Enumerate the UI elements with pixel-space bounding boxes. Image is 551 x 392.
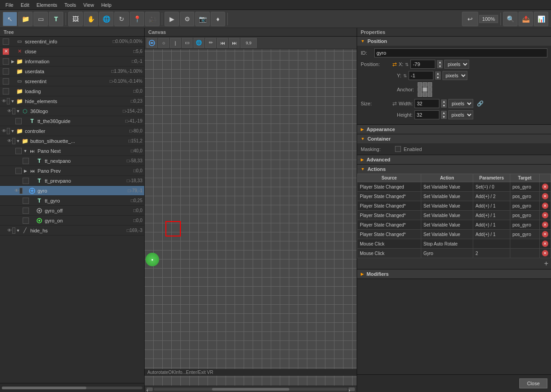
action-row-0[interactable]: Player State Changed Set Variable Value … [358, 182, 551, 192]
tool-text[interactable]: T [49, 12, 63, 26]
y-spin-down[interactable]: ▼ [435, 76, 441, 80]
canvas-btn-num[interactable]: 9,9 [240, 38, 257, 48]
tree-row[interactable]: ▶ 📁 information □0,-1 [0, 57, 144, 66]
visibility-toggle[interactable]: 👁 [2, 128, 6, 133]
tool-select[interactable]: ↖ [3, 12, 17, 26]
canvas-btn-circle[interactable]: ○ [158, 38, 169, 48]
expand-icon[interactable]: ▼ [15, 109, 21, 114]
menu-elements[interactable]: Elements [33, 1, 61, 9]
tool-hand[interactable]: ✋ [84, 12, 98, 26]
anchor-mr[interactable] [428, 87, 432, 92]
link-chain-icon[interactable]: 🔗 [477, 100, 484, 107]
row-checkbox[interactable] [23, 178, 29, 184]
row-checkbox[interactable] [15, 118, 22, 124]
zoom-level[interactable]: 100% [479, 15, 498, 23]
width-spin-up[interactable]: ▲ [441, 99, 447, 104]
tree-row[interactable]: ▼ ⏭ Pano Next □40,0 [0, 146, 144, 156]
tree-row[interactable]: T tt_gyro □0,25 [0, 196, 144, 206]
expand-icon[interactable] [23, 188, 28, 194]
row-checkbox[interactable] [15, 168, 22, 174]
close-button[interactable]: Close [519, 378, 547, 388]
row-checkbox[interactable] [3, 88, 9, 94]
row-checkbox[interactable] [7, 128, 10, 134]
expand-icon[interactable]: ▶ [23, 168, 28, 174]
tree-row[interactable]: ▭ screentint □-0.10%,-0.14% [0, 76, 144, 86]
y-spin-icon[interactable]: ⇅ [403, 73, 407, 78]
row-checkbox[interactable] [3, 78, 9, 85]
tree-row[interactable]: 👁 ▼ ╱ hide_hs □169,-3 [0, 226, 144, 236]
canvas-btn-gyro[interactable] [146, 38, 157, 48]
row-checkbox[interactable] [3, 58, 9, 65]
tree-row[interactable]: T tt_prevpano □-18,33 [0, 176, 144, 186]
tool-search[interactable]: 🔍 [503, 12, 518, 26]
visibility-toggle[interactable]: 👁 [7, 228, 12, 233]
width-spin-down[interactable]: ▼ [441, 104, 447, 108]
visibility-toggle[interactable]: 👁 [14, 188, 19, 193]
section-advanced-header[interactable]: ▶ Advanced [357, 155, 551, 164]
tree-row[interactable]: 👁 ▼ ⬡ 360logo □-154,-23 [0, 106, 144, 116]
delete-action-button[interactable]: ✕ [542, 212, 548, 218]
tree-content[interactable]: ▭ screentint_info □0.00%,0.00% ✕ ✕ close… [0, 37, 144, 383]
canvas-scroll-left[interactable]: ‹ [146, 387, 153, 391]
add-action-button[interactable]: + [544, 260, 548, 268]
anchor-tr[interactable] [428, 82, 432, 87]
tree-row[interactable]: ▭ screentint_info □0.00%,0.00% [0, 37, 144, 47]
anchor-tc[interactable] [423, 82, 427, 87]
tree-row[interactable]: gyro_on □0,0 [0, 216, 144, 226]
expand-icon[interactable]: ▼ [23, 148, 28, 154]
row-checkbox[interactable] [15, 148, 22, 154]
expand-icon[interactable] [30, 158, 35, 164]
x-spin-up[interactable]: ▲ [437, 60, 443, 64]
row-checkbox[interactable]: ✕ [3, 48, 9, 55]
canvas-btn-prev[interactable]: ⏮ [217, 38, 228, 48]
menu-help[interactable]: Help [98, 1, 115, 9]
expand-icon[interactable]: ▼ [10, 128, 15, 134]
canvas-btn-next[interactable]: ⏭ [229, 38, 240, 48]
row-checkbox[interactable] [19, 188, 23, 194]
section-position-header[interactable]: ▼ Position [357, 37, 551, 46]
expand-icon[interactable] [10, 69, 15, 74]
canvas-btn-globe[interactable]: 🌐 [193, 38, 204, 48]
width-unit-select[interactable]: pixels % [448, 99, 473, 108]
height-input[interactable] [414, 110, 439, 119]
anchor-ml[interactable] [418, 87, 422, 92]
canvas-btn-pencil[interactable]: ✏ [205, 38, 216, 48]
anchor-bl[interactable] [418, 92, 422, 97]
delete-action-button[interactable]: ✕ [542, 222, 548, 228]
canvas-btn-film[interactable]: ▭ [182, 38, 193, 48]
menu-edit[interactable]: Edit [17, 1, 33, 9]
tool-camera[interactable]: 🎥 [145, 12, 160, 26]
x-input[interactable] [410, 60, 435, 69]
tool-pin[interactable]: 📍 [130, 12, 144, 26]
visibility-toggle[interactable]: 👁 [7, 109, 12, 113]
tree-row[interactable]: 📁 loading □0,0 [0, 86, 144, 96]
row-checkbox[interactable] [23, 217, 29, 224]
expand-icon[interactable] [30, 208, 35, 213]
row-checkbox[interactable] [12, 227, 15, 234]
tree-row[interactable]: T tt_the360guide □-41,-19 [0, 116, 144, 126]
menu-tools[interactable]: Tools [61, 1, 80, 9]
tool-rect[interactable]: ▭ [33, 12, 48, 26]
section-container-header[interactable]: ▼ Container [357, 134, 551, 143]
delete-action-button[interactable]: ✕ [542, 203, 548, 209]
height-spin-up[interactable]: ▲ [441, 111, 447, 115]
expand-icon[interactable] [30, 178, 35, 184]
tree-row[interactable]: 📁 userdata □1.39%,-1.00% [0, 66, 144, 76]
delete-action-button[interactable]: ✕ [542, 231, 548, 237]
y-unit-select[interactable]: pixels % [443, 71, 467, 80]
section-actions-header[interactable]: ▼ Actions [357, 165, 551, 174]
visibility-toggle[interactable]: 👁 [7, 138, 12, 143]
delete-action-button[interactable]: ✕ [542, 193, 548, 199]
expand-icon[interactable] [10, 39, 15, 44]
height-unit-select[interactable]: pixels % [448, 110, 473, 119]
expand-icon[interactable] [30, 198, 35, 203]
row-checkbox[interactable] [3, 38, 9, 45]
canvas-scroll-right[interactable]: › [348, 387, 355, 391]
anchor-mc[interactable] [423, 87, 427, 92]
action-row-5[interactable]: Player State Changed* Set Variable Value… [358, 230, 551, 239]
action-row-1[interactable]: Player State Changed* Set Variable Value… [358, 192, 551, 201]
tree-row[interactable]: 👁 ▼ 📁 controller □-80,0 [0, 126, 144, 136]
x-unit-select[interactable]: pixels % [444, 60, 469, 69]
expand-icon[interactable]: ▼ [15, 228, 21, 233]
action-row-7[interactable]: Mouse Click Gyro 2 ✕ [358, 249, 551, 258]
